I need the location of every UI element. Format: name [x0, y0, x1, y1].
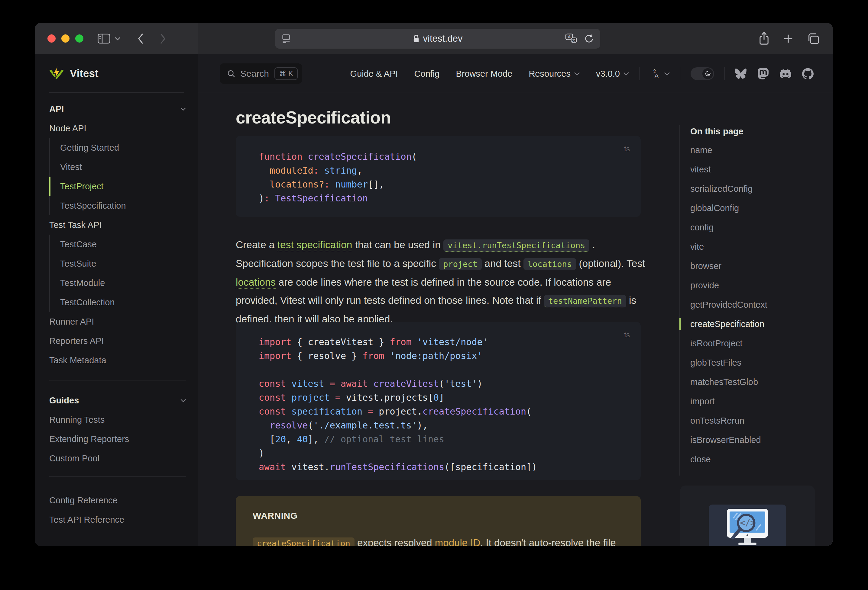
code-token: =: [362, 406, 373, 417]
code-line: resolve('./example.test.ts'),: [259, 418, 632, 433]
sidebar-item-label: TestSpecification: [60, 201, 126, 211]
sidebar-item-testcase[interactable]: TestCase: [49, 235, 186, 254]
discord-icon[interactable]: [780, 68, 791, 79]
sidebar-item-testmodule[interactable]: TestModule: [49, 273, 186, 293]
code-token: 20: [275, 434, 286, 444]
outline-item-ontestsrerun[interactable]: onTestsRerun: [679, 411, 818, 430]
code-token: 'test': [444, 378, 477, 389]
code-token: ,: [286, 434, 297, 444]
sidebar-item-reporters-api[interactable]: Reporters API: [49, 331, 186, 350]
nav-link-guide-api[interactable]: Guide & API: [350, 69, 398, 79]
sidebar-item-config-reference[interactable]: Config Reference: [49, 491, 186, 510]
code-token: { createVitest }: [291, 337, 390, 347]
sidebar-item-label: Extending Reporters: [49, 434, 129, 444]
sidebar-toggle-icon[interactable]: [97, 34, 110, 44]
appearance-toggle[interactable]: [691, 67, 714, 80]
outline-list: namevitestserializedConfigglobalConfigco…: [679, 140, 818, 469]
translate-icon: 文 A: [650, 68, 661, 79]
sidebar-item-custom-pool[interactable]: Custom Pool: [49, 449, 186, 468]
inline-code: project: [439, 258, 482, 270]
code-line: [259, 363, 632, 377]
code-token: (: [412, 151, 417, 162]
code-token: ,: [357, 165, 362, 176]
doc-link[interactable]: locations: [236, 277, 276, 289]
nav-link-config[interactable]: Config: [414, 69, 440, 79]
promo-card[interactable]: </>: [680, 486, 815, 546]
page-title: createSpecification: [236, 107, 391, 127]
mastodon-icon[interactable]: [757, 68, 769, 79]
sidebar-item-node-api[interactable]: Node API: [49, 119, 186, 138]
outline-item-name[interactable]: name: [679, 140, 818, 160]
outline-item-vite[interactable]: vite: [679, 237, 818, 256]
sidebar-item-extending-reporters[interactable]: Extending Reporters: [49, 430, 186, 449]
code-link[interactable]: vitest.runTestSpecifications: [443, 240, 589, 252]
doc-link[interactable]: test specification: [278, 239, 353, 251]
sidebar-item-label: TestCollection: [60, 297, 115, 308]
search-input[interactable]: Search ⌘ K: [220, 63, 302, 84]
sidebar-item-runner-api[interactable]: Runner API: [49, 312, 186, 331]
code-lang-badge: ts: [624, 142, 630, 156]
outline-item-import[interactable]: import: [679, 391, 818, 411]
outline-item-close[interactable]: close: [679, 450, 818, 469]
share-icon[interactable]: [758, 32, 770, 46]
address-bar[interactable]: vitest.dev A 文: [275, 29, 600, 49]
outline-item-globtestfiles[interactable]: globTestFiles: [679, 353, 818, 372]
outline-item-createspecification[interactable]: createSpecification: [679, 314, 818, 334]
new-tab-icon[interactable]: [782, 32, 794, 45]
code-token: :: [264, 193, 270, 203]
nav-link-resources[interactable]: Resources: [528, 69, 580, 79]
code-line: moduleId: string,: [259, 164, 632, 178]
outline-item-browser[interactable]: browser: [679, 256, 818, 276]
back-icon[interactable]: [136, 32, 144, 45]
text-run: that can be used in: [352, 239, 443, 250]
code-line: const vitest = await createVitest('test'…: [259, 377, 632, 391]
browser-window: vitest.dev A 文: [35, 23, 833, 546]
warn-link[interactable]: module ID: [435, 537, 480, 546]
site-title: Vitest: [70, 67, 99, 79]
outline-item-config[interactable]: config: [679, 218, 818, 237]
reload-icon[interactable]: [584, 34, 594, 44]
outline-item-getprovidedcontext[interactable]: getProvidedContext: [679, 295, 818, 314]
bluesky-icon[interactable]: [735, 68, 747, 79]
sidebar-item-guides[interactable]: Guides: [49, 391, 186, 410]
reader-view-icon[interactable]: [281, 34, 291, 44]
sidebar-chevron-icon[interactable]: [115, 37, 121, 40]
tab-overview-icon[interactable]: [806, 32, 820, 45]
sidebar-item-getting-started[interactable]: Getting Started: [49, 138, 186, 157]
translate-icon[interactable]: A 文: [565, 33, 577, 44]
github-icon[interactable]: [802, 68, 813, 79]
browser-toolbar: vitest.dev A 文: [35, 23, 833, 54]
nav-link-v3-0-0[interactable]: v3.0.0: [596, 69, 629, 79]
sidebar-item-task-metadata[interactable]: Task Metadata: [49, 350, 186, 370]
outline-item-globalconfig[interactable]: globalConfig: [679, 199, 818, 218]
outline-item-matchestestglob[interactable]: matchesTestGlob: [679, 372, 818, 391]
outline-item-label: name: [690, 145, 712, 155]
code-token: number: [330, 179, 368, 190]
code-link[interactable]: testNamePattern: [544, 295, 626, 308]
sidebar-item-running-tests[interactable]: Running Tests: [49, 410, 186, 430]
sidebar-item-vitest[interactable]: Vitest: [49, 157, 186, 177]
site-logo[interactable]: Vitest: [49, 54, 184, 93]
outline-item-provide[interactable]: provide: [679, 276, 818, 295]
svg-text:A: A: [655, 72, 658, 79]
sidebar-item-testcollection[interactable]: TestCollection: [49, 293, 186, 312]
sidebar-item-api[interactable]: API: [49, 99, 186, 119]
sidebar-item-testspecification[interactable]: TestSpecification: [49, 196, 186, 215]
close-window-button[interactable]: [47, 34, 56, 43]
sidebar-item-testsuite[interactable]: TestSuite: [49, 254, 186, 273]
sidebar-item-test-task-api[interactable]: Test Task API: [49, 215, 186, 235]
zoom-window-button[interactable]: [75, 34, 83, 43]
outline-item-vitest[interactable]: vitest: [679, 160, 818, 179]
outline-title: On this page: [679, 122, 818, 140]
code-line: function createSpecification(: [259, 150, 632, 164]
forward-icon[interactable]: [159, 32, 167, 45]
sidebar-item-test-api-reference[interactable]: Test API Reference: [49, 510, 186, 529]
outline-item-serializedconfig[interactable]: serializedConfig: [679, 179, 818, 199]
language-menu[interactable]: 文 A: [650, 68, 670, 79]
minimize-window-button[interactable]: [61, 34, 69, 43]
nav-link-browser-mode[interactable]: Browser Mode: [456, 69, 512, 79]
outline-item-isbrowserenabled[interactable]: isBrowserEnabled: [679, 430, 818, 450]
site-navbar: Search ⌘ K Guide & APIConfigBrowser Mode…: [198, 54, 833, 93]
sidebar-item-testproject[interactable]: TestProject: [49, 177, 186, 196]
outline-item-isrootproject[interactable]: isRootProject: [679, 334, 818, 353]
